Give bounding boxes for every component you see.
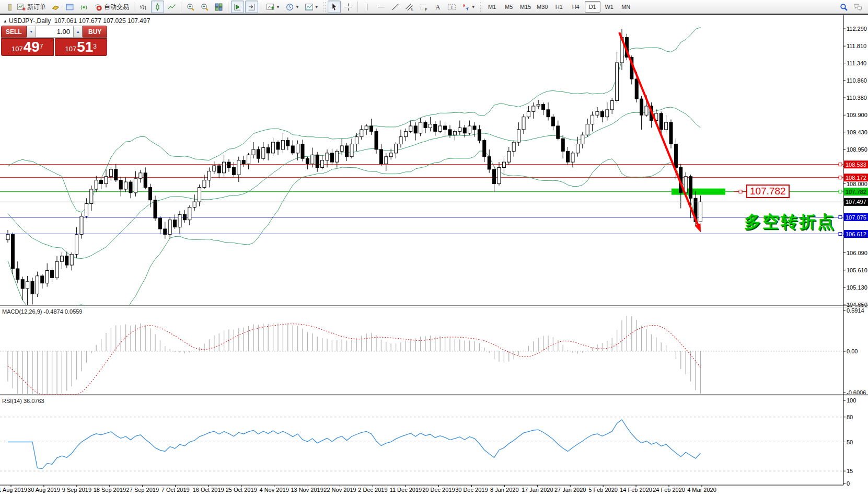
buy-button[interactable]: BUY	[83, 26, 107, 38]
candle-body	[257, 149, 260, 158]
candle-body	[581, 135, 584, 144]
line-handle-square[interactable]	[839, 216, 842, 219]
line-handle-square[interactable]	[839, 190, 842, 193]
signals-button[interactable]	[77, 1, 90, 13]
timeframe-mn-button[interactable]: MN	[618, 1, 634, 13]
candle-body	[213, 166, 216, 171]
horizontal-line-button[interactable]	[375, 1, 388, 13]
chart-annotation-text[interactable]: 多空转折点	[744, 211, 836, 234]
date-axis-label: 8 Jan 2020	[490, 487, 518, 493]
data-window-button[interactable]	[63, 1, 76, 13]
candle-body	[242, 160, 245, 164]
rsi-axis-label: 50	[847, 439, 853, 445]
candle-body	[149, 187, 152, 200]
clipped-icon[interactable]	[1, 1, 14, 13]
volume-input[interactable]: 1.00	[36, 26, 73, 38]
timeframe-m30-button[interactable]: M30	[535, 1, 550, 13]
candle-body	[6, 234, 9, 239]
trendline-button[interactable]	[389, 1, 402, 13]
line-handle-square[interactable]	[839, 163, 842, 166]
price-level-label-text: 108.533	[846, 162, 866, 168]
search-button[interactable]	[837, 1, 850, 13]
bar-chart-button[interactable]	[137, 1, 150, 13]
timeframe-m15-button[interactable]: M15	[518, 1, 534, 13]
candle-body	[596, 111, 599, 115]
svg-text:A: A	[435, 4, 441, 11]
candle-body	[51, 270, 54, 278]
line-handle-square[interactable]	[839, 176, 842, 179]
market-watch-button[interactable]	[49, 1, 62, 13]
volume-decrease-button[interactable]: ▼	[27, 26, 36, 38]
periods-button[interactable]: ▼	[283, 1, 302, 13]
tile-windows-button[interactable]	[212, 1, 225, 13]
candle-body	[316, 155, 319, 167]
crosshair-button[interactable]	[342, 1, 355, 13]
bollinger-middle-band	[8, 107, 700, 259]
candlestick-chart-button[interactable]	[151, 1, 164, 13]
date-axis-label: 25 Oct 2019	[226, 487, 257, 493]
arrows-button[interactable]: ▼	[459, 1, 478, 13]
auto-scroll-button[interactable]	[231, 1, 244, 13]
price-callout[interactable]: 107.782	[746, 185, 790, 198]
candle-body	[203, 180, 206, 188]
text-button[interactable]: A	[431, 1, 444, 13]
date-axis-label: 11 Dec 2019	[390, 487, 422, 493]
candle-body	[473, 126, 476, 130]
sell-price-tile[interactable]: 107 49 7	[1, 38, 54, 56]
candle-body	[60, 256, 63, 261]
timeframe-m1-button[interactable]: M1	[484, 1, 500, 13]
candle-body	[635, 79, 638, 99]
zoom-in-button[interactable]	[184, 1, 197, 13]
toolbar-separator	[134, 2, 134, 12]
indicators-icon	[266, 3, 275, 11]
dropdown-arrow-icon[interactable]: ▼	[315, 5, 319, 9]
candle-body	[11, 234, 14, 269]
callout-handle-square[interactable]	[739, 190, 742, 193]
date-axis-label: 4 Nov 2019	[259, 487, 288, 493]
toolbar-separator	[261, 2, 261, 12]
candle-body	[659, 113, 663, 130]
volume-increase-button[interactable]: ▲	[73, 26, 83, 38]
candle-body	[252, 149, 255, 155]
vertical-line-button[interactable]	[361, 1, 374, 13]
new-order-button[interactable]: 新订单	[15, 1, 48, 13]
line-chart-button[interactable]	[165, 1, 178, 13]
candle-body	[547, 110, 550, 117]
candle-body	[178, 214, 181, 227]
candle-body	[286, 141, 290, 146]
indicators-button[interactable]: ▼	[264, 1, 282, 13]
zoom-out-button[interactable]	[198, 1, 211, 13]
timeframe-m5-button[interactable]: M5	[501, 1, 517, 13]
dropdown-arrow-icon[interactable]: ▼	[471, 5, 476, 9]
timeframe-d1-button[interactable]: D1	[585, 1, 600, 13]
candle-body	[114, 169, 118, 180]
timeframe-w1-button[interactable]: W1	[601, 1, 617, 13]
bollinger-upper-band	[8, 28, 700, 213]
timeframe-h4-button[interactable]: H4	[568, 1, 584, 13]
arrows-icon	[461, 3, 470, 11]
trend-arrow-line[interactable]	[619, 32, 699, 228]
fibonacci-button[interactable]: F	[417, 1, 430, 13]
equidistant-channel-button[interactable]: E	[403, 1, 416, 13]
collapse-icon[interactable]: ▲	[3, 19, 7, 24]
timeframe-h1-button[interactable]: H1	[551, 1, 567, 13]
hline-icon	[377, 3, 386, 11]
text-label-button[interactable]: T	[445, 1, 458, 13]
buy-price-tile[interactable]: 107 51 3	[55, 38, 108, 56]
candle-body	[542, 104, 545, 109]
candle-body	[355, 137, 358, 144]
line-handle-square[interactable]	[839, 233, 842, 236]
price-level-label-text: 106.612	[846, 231, 866, 237]
dropdown-arrow-icon[interactable]: ▼	[276, 5, 280, 9]
candle-body	[65, 256, 68, 265]
rsi-axis-label: 80	[847, 414, 853, 420]
candle-body	[350, 144, 353, 157]
templates-button[interactable]: ▼	[303, 1, 321, 13]
dropdown-arrow-icon[interactable]: ▼	[295, 5, 299, 9]
chat-button[interactable]	[851, 1, 864, 13]
chart-shift-button[interactable]	[245, 1, 258, 13]
sell-button[interactable]: SELL	[1, 26, 27, 38]
ohlc-readout: 107.061 107.677 107.025 107.497	[54, 17, 151, 25]
cursor-button[interactable]	[328, 1, 341, 13]
auto-trading-button[interactable]: 自动交易	[91, 1, 131, 13]
